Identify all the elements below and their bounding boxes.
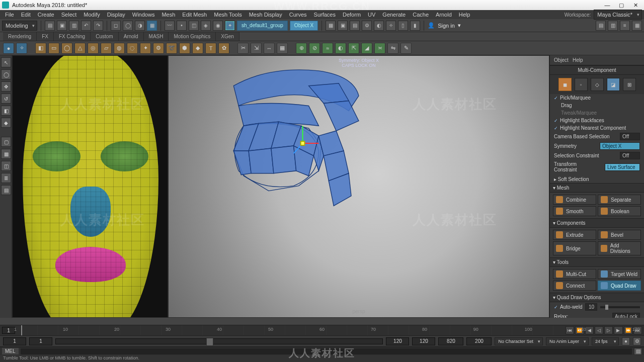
selcon-value[interactable]: Off [620, 152, 640, 159]
select-tool-button[interactable]: ↖ [1, 57, 11, 67]
btn-targetweld[interactable]: Target Weld [598, 269, 641, 279]
btn-bridge[interactable]: Bridge [553, 241, 596, 255]
hypershade-icon[interactable]: ◐ [374, 21, 384, 31]
opt-pick[interactable]: Pick/Marquee [554, 95, 591, 101]
shelf-separate-icon[interactable]: ⊘ [309, 43, 320, 54]
shelf-boolean-icon[interactable]: ◐ [335, 43, 346, 54]
autoweld-check[interactable]: Auto-weld [554, 304, 582, 310]
save-scene-icon[interactable]: ▥ [69, 21, 79, 31]
soft-sel-toggle[interactable]: ▸ Soft Selection [554, 176, 589, 182]
close-button[interactable]: ✕ [629, 1, 642, 9]
aux-b[interactable]: 200 [466, 337, 492, 345]
shelf-tab-rendering[interactable]: Rendering [3, 32, 37, 41]
shelf-tab-mash[interactable]: MASH [144, 32, 169, 41]
select-tool-icon[interactable]: ◻ [111, 21, 121, 31]
opt-hnear[interactable]: Highlight Nearest Component [554, 125, 626, 131]
prefs-button[interactable]: ⚙ [633, 337, 641, 345]
component-face-icon[interactable]: ◪ [607, 78, 620, 91]
rotate-tool-button[interactable]: ↺ [1, 94, 11, 104]
goto-end-button[interactable]: ⏭ [633, 326, 642, 334]
snap-point-icon[interactable]: • [177, 21, 187, 31]
menu-create[interactable]: Create [35, 11, 57, 19]
menu-deform[interactable]: Deform [340, 11, 364, 19]
panel-layout-a-icon[interactable]: ▯ [398, 21, 408, 31]
modeling-toolkit-toggle-icon[interactable]: ▦ [632, 21, 642, 31]
shelf-connect-icon[interactable]: ↔ [264, 43, 275, 54]
side-tab-object[interactable]: Object [554, 57, 569, 63]
shelf-bridge-icon[interactable]: ≍ [374, 43, 385, 54]
menu-surfaces[interactable]: Surfaces [311, 11, 339, 19]
menu-file[interactable]: File [2, 11, 17, 19]
animlayer-combo[interactable]: No Anim Layer [546, 337, 589, 345]
shelf-disc-icon[interactable]: ◌ [127, 43, 138, 54]
range-knob[interactable] [206, 338, 213, 346]
tool-settings-toggle-icon[interactable]: ▥ [608, 21, 618, 31]
shelf-multicut-icon[interactable]: ✂ [237, 43, 249, 54]
time-current[interactable]: 1 [2, 327, 15, 334]
menu-mesh-tools[interactable]: Mesh Tools [211, 11, 245, 19]
shelf-tab-fx[interactable]: FX [37, 32, 54, 41]
menu-mesh-display[interactable]: Mesh Display [246, 11, 285, 19]
symmetry-combo[interactable]: Object X [290, 21, 318, 31]
btn-quaddraw[interactable]: Quad Draw [598, 281, 641, 291]
autoweld-value[interactable]: 10 [585, 303, 597, 311]
component-object-icon[interactable]: ◼ [558, 78, 572, 91]
shelf-svg-icon[interactable]: ✿ [218, 43, 229, 54]
panel-layout-b-icon[interactable]: ▮ [410, 21, 420, 31]
shelf-gear-icon[interactable]: ⚙ [153, 43, 164, 54]
toggle-live-icon[interactable]: ◉ [213, 21, 223, 31]
snap-plane-icon[interactable]: ◫ [189, 21, 199, 31]
new-scene-icon[interactable]: ▤ [45, 21, 55, 31]
play-back-button[interactable]: ◁ [595, 326, 603, 334]
btn-combine[interactable]: Combine [553, 195, 596, 205]
btn-bevel[interactable]: Bevel [598, 230, 641, 240]
module-combo[interactable]: Modeling [2, 21, 37, 31]
undo-icon[interactable]: ↶ [81, 21, 91, 31]
step-fwd-key-button[interactable]: ⏩ [624, 326, 632, 334]
minimize-button[interactable]: — [601, 1, 614, 9]
menu-arnold[interactable]: Arnold [433, 11, 455, 19]
layout-outliner-button[interactable]: ≣ [1, 173, 11, 183]
shelf-tab-custom[interactable]: Custom [91, 32, 118, 41]
layout-single-button[interactable]: ▢ [1, 137, 11, 147]
snap-curve-icon[interactable]: 〰 [165, 21, 175, 31]
step-back-key-button[interactable]: ⏪ [575, 326, 584, 334]
aux-a[interactable]: 820 [438, 337, 463, 345]
relax-value[interactable]: Auto-Lock [612, 313, 640, 318]
menu-help[interactable]: Help [456, 11, 473, 19]
shelf-helix-icon[interactable]: ➰ [166, 43, 177, 54]
menu-select[interactable]: Select [58, 11, 80, 19]
shelf-cube-icon[interactable]: ◧ [35, 43, 46, 54]
shelf-sphere-icon[interactable]: ● [3, 43, 14, 54]
range-start-field[interactable]: 1 [3, 337, 26, 345]
lasso-tool-icon[interactable]: ◯ [123, 21, 133, 31]
render-view-icon[interactable]: ▦ [326, 21, 336, 31]
shelf-tab-fx-caching[interactable]: FX Caching [54, 32, 91, 41]
light-editor-icon[interactable]: ✧ [386, 21, 396, 31]
shelf-mirror-icon[interactable]: ⇋ [387, 43, 398, 54]
shelf-quaddraw-icon[interactable]: ▦ [277, 43, 288, 54]
menu-cache[interactable]: Cache [410, 11, 432, 19]
render-settings-icon[interactable]: ⚙ [362, 21, 372, 31]
step-back-button[interactable]: ◀ [585, 326, 594, 334]
shelf-pipe-icon[interactable]: ◍ [114, 43, 125, 54]
btn-extrude[interactable]: Extrude [553, 230, 596, 240]
shelf-xyz-icon[interactable]: ✧ [16, 43, 27, 54]
shelf-plane-icon[interactable]: ▭ [48, 43, 59, 54]
btn-boolean[interactable]: Boolean [598, 206, 641, 216]
layout-persp-button[interactable]: ▤ [1, 185, 11, 195]
scale-tool-button[interactable]: ◧ [1, 106, 11, 116]
cmd-input[interactable] [21, 348, 632, 354]
layout-four-button[interactable]: ▦ [1, 149, 11, 159]
shelf-platonic-icon[interactable]: ✦ [140, 43, 151, 54]
menu-windows[interactable]: Windows [129, 11, 158, 19]
shelf-superellipse-icon[interactable]: ◆ [192, 43, 203, 54]
btn-multicut[interactable]: Multi-Cut [553, 269, 596, 279]
shelf-targetweld-icon[interactable]: ⇲ [251, 43, 262, 54]
goto-start-button[interactable]: ⏮ [566, 326, 574, 334]
component-vertex-icon[interactable]: ▫ [575, 78, 588, 91]
menu-generate[interactable]: Generate [379, 11, 409, 19]
autokey-button[interactable]: ● [622, 337, 630, 345]
ipr-icon[interactable]: ▤ [350, 21, 360, 31]
menu-display[interactable]: Display [104, 11, 128, 19]
